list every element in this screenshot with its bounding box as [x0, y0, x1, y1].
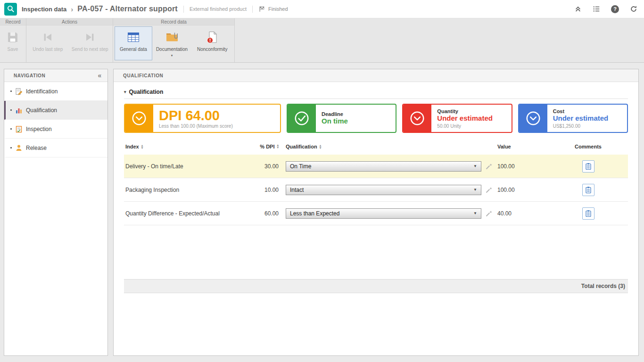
cost-card-value: Under estimated: [553, 114, 609, 123]
kpi-card-cost: Cost Under estimated US$1,250.00: [518, 104, 628, 133]
save-button: Save: [1, 26, 24, 60]
column-header-comments: Comments: [548, 144, 628, 149]
table-row[interactable]: Quantity Difference - Expected/Actual 60…: [124, 202, 628, 225]
documentation-button[interactable]: Documentation ▾: [153, 26, 191, 60]
column-header-index[interactable]: Index ▴▾: [124, 144, 242, 149]
clipboard-icon: [585, 186, 592, 194]
qualification-section-toggle[interactable]: ▾ Qualification: [124, 89, 628, 99]
checklist-icon: [15, 125, 23, 133]
cost-card-title: Cost: [553, 108, 609, 114]
column-header-dpi[interactable]: % DPI ▴▾: [242, 144, 279, 149]
breadcrumb-app-name[interactable]: Inspection data: [22, 6, 66, 13]
undo-last-step-button: Undo last step: [28, 26, 68, 60]
qualification-select[interactable]: On Time ▼: [286, 161, 481, 172]
cost-card-color-block: [519, 105, 547, 132]
breadcrumb-chevron-icon: ›: [71, 5, 73, 13]
sidebar-item-label: Release: [26, 145, 47, 151]
sidebar-item-qualification[interactable]: Qualification: [4, 101, 107, 120]
bullet: [10, 109, 12, 111]
save-icon: [6, 30, 20, 44]
dpi-cell: 30.00: [242, 163, 279, 170]
chevron-down-circle-icon: [525, 110, 542, 127]
sidebar-item-release[interactable]: Release: [4, 139, 107, 157]
comments-button[interactable]: [582, 184, 594, 196]
deadline-card-title: Deadline: [322, 111, 348, 117]
record-title: PA-057 - Alternator support: [77, 5, 178, 13]
ribbon-toolbar: Record Save Actions Undo last step: [0, 18, 644, 63]
help-icon[interactable]: ?: [611, 5, 619, 13]
cost-card-subtitle: US$1,250.00: [553, 123, 609, 129]
bullet: [10, 128, 12, 130]
comments-button[interactable]: [582, 207, 594, 220]
topbar-actions: ?: [574, 5, 637, 13]
nonconformity-button[interactable]: Nonconformity: [191, 26, 233, 60]
quantity-card-color-block: [403, 105, 431, 132]
dpi-card-color-block: [125, 105, 153, 132]
ribbon-filler: [235, 18, 644, 62]
deadline-card-color-block: [288, 105, 316, 132]
magnifier-glyph: [6, 4, 16, 14]
spreadsheet-icon: [126, 30, 140, 44]
collapse-sidebar-icon[interactable]: «: [98, 72, 102, 79]
send-to-next-step-button: Send to next step: [69, 26, 111, 60]
kpi-card-deadline: Deadline On time: [287, 104, 396, 133]
index-cell: Quantity Difference - Expected/Actual: [124, 210, 242, 217]
qualification-table: Index ▴▾ % DPI ▴▾ Qualification ▴▾ Value…: [124, 139, 628, 293]
kpi-cards: DPI 64.00 Less than 100.00 (Maximum scor…: [124, 104, 628, 133]
navigation-panel-header: NAVIGATION «: [4, 69, 107, 82]
index-list-icon[interactable]: [593, 5, 600, 13]
sidebar-item-inspection[interactable]: Inspection: [4, 120, 107, 139]
dpi-score-subtitle: Less than 100.00 (Maximum score): [159, 123, 233, 129]
ribbon-group-record-data: Record data General data: [113, 18, 235, 62]
group-label: Record: [0, 18, 26, 25]
app-logo-icon[interactable]: [4, 3, 17, 16]
quantity-card-value: Under estimated: [437, 114, 493, 123]
chevron-down-circle-icon: [409, 110, 426, 127]
sidebar-item-identification[interactable]: Identification: [4, 82, 107, 101]
bar-chart-icon: [15, 107, 23, 114]
general-data-button[interactable]: General data: [115, 26, 152, 60]
collapse-toolbar-icon[interactable]: [574, 5, 582, 13]
quantity-card-title: Quantity: [437, 108, 493, 114]
index-cell: Delivery - On time/Late: [124, 163, 242, 170]
identification-icon: [15, 88, 23, 95]
clipboard-icon: [585, 163, 592, 170]
deadline-card-value: On time: [322, 117, 348, 125]
section-caret-icon: ▾: [124, 90, 126, 94]
index-cell: Packaging Inspection: [124, 187, 242, 193]
chevron-down-circle-icon: [131, 110, 148, 127]
qualification-select[interactable]: Less than Expected ▼: [286, 208, 481, 219]
help-glyph: ?: [611, 5, 619, 13]
sort-icon[interactable]: ▴▾: [141, 144, 143, 149]
dropdown-arrow-icon: ▼: [473, 211, 477, 215]
skip-back-icon: [41, 30, 55, 44]
skip-forward-icon: [83, 30, 97, 44]
auto-fill-wand-icon[interactable]: [485, 163, 493, 170]
dpi-cell: 60.00: [242, 210, 279, 217]
column-header-qualification[interactable]: Qualification ▴▾: [286, 144, 481, 149]
nonconformity-doc-icon: [205, 30, 219, 44]
table-row[interactable]: Delivery - On time/Late 30.00 On Time ▼: [124, 155, 628, 178]
sort-icon[interactable]: ▴▾: [320, 144, 322, 149]
section-title-label: Qualification: [129, 89, 164, 95]
value-cell: 100.00: [496, 163, 548, 170]
navigation-title: NAVIGATION: [14, 73, 45, 78]
check-circle-icon: [293, 110, 310, 127]
auto-fill-wand-icon[interactable]: [485, 210, 493, 217]
kpi-card-dpi: DPI 64.00 Less than 100.00 (Maximum scor…: [124, 104, 281, 133]
comments-button[interactable]: [582, 160, 594, 173]
bullet: [10, 147, 12, 148]
total-records-label: Total records (3): [581, 283, 625, 289]
dropdown-arrow-icon: ▼: [473, 188, 477, 192]
sidebar-item-label: Identification: [26, 88, 58, 95]
refresh-icon[interactable]: [630, 5, 637, 13]
table-row[interactable]: Packaging Inspection 10.00 Intact ▼: [124, 178, 628, 202]
sidebar-item-label: Qualification: [26, 107, 57, 114]
clipboard-icon: [585, 210, 592, 217]
record-type-label: External finished product: [190, 6, 247, 12]
value-cell: 100.00: [496, 187, 548, 193]
ribbon-group-actions: Actions Undo last step Send to next step: [26, 18, 113, 62]
qualification-select[interactable]: Intact ▼: [286, 185, 481, 195]
auto-fill-wand-icon[interactable]: [485, 186, 493, 194]
sort-icon[interactable]: ▴▾: [277, 144, 279, 149]
